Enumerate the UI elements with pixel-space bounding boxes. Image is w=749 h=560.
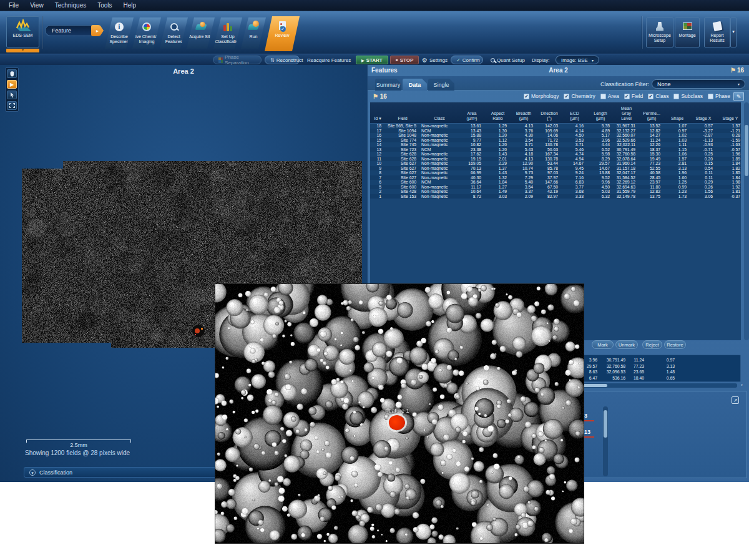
reconstruct-button[interactable]: ⇅ Reconstruct bbox=[265, 56, 300, 64]
mark-button[interactable]: Mark bbox=[592, 340, 614, 349]
table-cell: 2 bbox=[370, 189, 385, 194]
menu-item-tools[interactable]: Tools bbox=[92, 1, 117, 10]
table-cell: 0.97 bbox=[664, 129, 690, 133]
pointer-tool-button[interactable] bbox=[7, 91, 17, 99]
table-cell: 66.99 bbox=[459, 170, 485, 175]
table-cell: 1.49 bbox=[485, 189, 511, 194]
workflow-review[interactable]: ✓Review bbox=[265, 16, 300, 51]
column-header-mean[interactable]: Mean Gray Level bbox=[614, 106, 639, 123]
tab-single[interactable]: Single bbox=[428, 79, 454, 91]
table-row[interactable]: 1Site 153Non-magnetic8.723.032.0982.973.… bbox=[370, 194, 741, 199]
start-button[interactable]: ▶ START bbox=[356, 56, 388, 64]
column-header-aspect[interactable]: Aspect Ratio bbox=[485, 111, 511, 123]
table-cell: 1.43 bbox=[485, 152, 511, 156]
table-row[interactable]: 6Site 600NCM36.641.845.40147.666.839.963… bbox=[370, 180, 741, 185]
menu-item-help[interactable]: Help bbox=[119, 1, 142, 10]
report-results-dropdown-caret[interactable]: ▾ bbox=[730, 17, 737, 47]
table-row[interactable]: 16Site 1048Non-magnetic15.881.204.3014.0… bbox=[370, 133, 741, 138]
toggle-label: Phase bbox=[715, 93, 730, 99]
mode-selector-arrow-icon[interactable]: ▸ bbox=[91, 25, 104, 36]
reject-button[interactable]: Reject bbox=[642, 340, 662, 349]
toolbar-report-results[interactable]: Report Results bbox=[704, 17, 730, 47]
menu-item-view[interactable]: View bbox=[25, 1, 49, 10]
quant-setup-button[interactable]: Quant Setup bbox=[491, 56, 525, 64]
column-header-id[interactable]: Id ▾ bbox=[370, 116, 385, 123]
unmark-button[interactable]: Unmark bbox=[615, 340, 638, 349]
table-row[interactable]: 17Site 1094NCM13.431.303.76109.694.144.8… bbox=[370, 129, 741, 134]
workflow-detect-features[interactable]: Detect Features bbox=[160, 17, 188, 49]
toggle-morphology[interactable]: ✓Morphology bbox=[524, 93, 559, 99]
table-vertical-scrollbar[interactable] bbox=[744, 102, 749, 340]
table-cell: Non-magnetic bbox=[420, 138, 459, 142]
workflow-run[interactable]: Run bbox=[241, 17, 266, 49]
column-header-stagex[interactable]: Stage X bbox=[690, 116, 717, 123]
column-header-perime[interactable]: Perime... (µm) bbox=[639, 111, 664, 123]
table-cell: 1.84 bbox=[485, 180, 511, 184]
menu-item-file[interactable]: File bbox=[4, 1, 24, 10]
popout-icon[interactable]: ↗ bbox=[732, 396, 739, 404]
pan-tool-button[interactable] bbox=[7, 69, 17, 78]
toggle-field[interactable]: ✓Field bbox=[624, 93, 643, 99]
classification-filter-select[interactable]: None ▾ bbox=[652, 79, 745, 89]
table-cell: 9.77 bbox=[459, 138, 485, 142]
table-row[interactable]: 10Site 627Non-magnetic169.052.2912.9053.… bbox=[370, 161, 741, 166]
workflow-label: Run bbox=[250, 34, 258, 39]
table-row[interactable]: 8Site 627Non-magnetic66.991.439.7397.039… bbox=[370, 170, 741, 175]
marquee-tool-button[interactable] bbox=[7, 101, 17, 110]
column-header-stagey[interactable]: Stage Y bbox=[717, 116, 744, 123]
select-feature-tool-button[interactable]: ▶ bbox=[7, 80, 17, 89]
edit-columns-button[interactable]: ✎ bbox=[733, 92, 744, 101]
table-row[interactable]: 13Site 723NCM23.381.205.4350.635.466.523… bbox=[370, 147, 741, 152]
stop-button[interactable]: ■ STOP bbox=[390, 56, 419, 64]
column-header-shape[interactable]: Shape bbox=[664, 116, 690, 123]
column-header-class[interactable]: Class bbox=[420, 116, 459, 123]
table-row[interactable]: 5Site 600Non-magnetic11.171.273.5467.503… bbox=[370, 185, 741, 190]
toggle-class[interactable]: ✓Class bbox=[648, 93, 668, 99]
settings-button[interactable]: ⚙ Settings bbox=[422, 56, 448, 64]
class-panel-scrollbar[interactable] bbox=[603, 406, 608, 476]
table-cell: 169.05 bbox=[459, 161, 485, 165]
table-row[interactable]: 18Site 569, Site 5Non-magnetic13.611.294… bbox=[370, 124, 741, 129]
confirm-button[interactable]: ✓ Confirm bbox=[451, 56, 483, 64]
column-header-ecd[interactable]: ECD (µm) bbox=[562, 111, 587, 123]
table-cell: -1.21 bbox=[717, 129, 744, 133]
table-row[interactable]: 12Site 628Non-magnetic17.621.434.18167.3… bbox=[370, 152, 741, 157]
display-select[interactable]: Image: BSE ▾ bbox=[556, 56, 599, 64]
table-row[interactable]: 9Site 627Non-magnetic70.131.3710.7485.78… bbox=[370, 166, 741, 171]
workflow-describe-specimen[interactable]: iDescribe Specimen bbox=[105, 17, 134, 49]
menu-item-techniques[interactable]: Techniques bbox=[50, 1, 92, 10]
toggle-phase[interactable]: Phase bbox=[708, 93, 730, 99]
toggle-area[interactable]: Area bbox=[600, 93, 619, 99]
table-row[interactable]: 11Site 628Non-magnetic19.192.014.13130.7… bbox=[370, 157, 741, 162]
column-header-area[interactable]: Area (µm²) bbox=[459, 111, 485, 123]
eds-sem-menu-caret[interactable]: ▾ bbox=[6, 49, 39, 52]
table-cell: 1.11 bbox=[664, 142, 690, 147]
table-row[interactable]: 7Site 627Non-magnetic40.301.327.2937.977… bbox=[370, 175, 741, 180]
toolbar-microscope-setup[interactable]: Microscope Setup bbox=[646, 17, 673, 47]
restore-button[interactable]: Restore bbox=[664, 340, 686, 349]
table-cell: 1.73 bbox=[664, 194, 690, 199]
workflow-live-chemical-imaging[interactable]: Live Chemical Imaging bbox=[132, 17, 161, 49]
column-header-breadth[interactable]: Breadth (µm) bbox=[511, 111, 537, 123]
table-row[interactable]: 14Site 745Non-magnetic10.821.203.71130.7… bbox=[370, 142, 741, 147]
table-row[interactable]: 15Site 774Non-magnetic9.771.123.5471.723… bbox=[370, 138, 741, 143]
table-row[interactable]: 2Site 428Non-magnetic10.641.493.3742.193… bbox=[370, 189, 741, 194]
scroll-right-arrow[interactable]: › bbox=[741, 382, 743, 388]
column-header-length[interactable]: Length (µm) bbox=[587, 111, 614, 123]
toggle-subclass[interactable]: Subclass bbox=[673, 93, 703, 99]
toggle-chemistry[interactable]: ✓Chemistry bbox=[564, 93, 595, 99]
phase-separation-button[interactable]: Phase Separation bbox=[213, 56, 262, 64]
toolbar-montage[interactable]: Montage bbox=[675, 17, 700, 47]
workflow-acquire-site[interactable]: Acquire Site bbox=[187, 17, 215, 49]
column-header-direction[interactable]: Direction (°) bbox=[537, 111, 562, 123]
table-cell: Site 723 bbox=[385, 147, 420, 152]
tab-data[interactable]: Data bbox=[403, 79, 427, 91]
table-cell: 0.11 bbox=[690, 170, 717, 175]
column-header-field[interactable]: Field bbox=[385, 116, 420, 123]
tab-summary[interactable]: Summary bbox=[375, 79, 401, 91]
workflow-setup-classification[interactable]: Set Up Classification bbox=[213, 17, 242, 49]
workflow-label: Set Up Classification bbox=[215, 34, 240, 44]
toggle-label: Area bbox=[608, 93, 619, 99]
table-cell: 4.89 bbox=[587, 129, 614, 133]
eds-sem-app-button[interactable]: EDS-SEM bbox=[6, 16, 39, 47]
